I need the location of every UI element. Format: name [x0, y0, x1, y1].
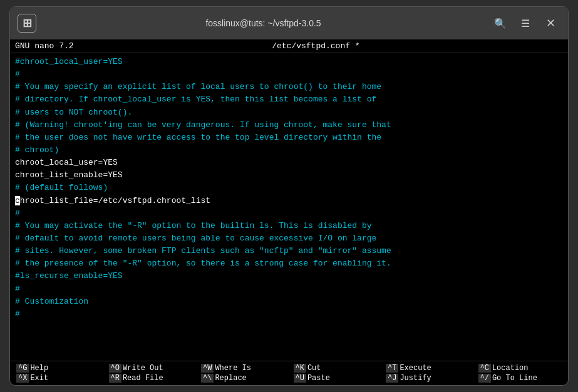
- shortcut-key: ^O: [109, 364, 121, 373]
- editor-line: # users to NOT chroot().: [15, 106, 563, 119]
- nano-statusbar: GNU nano 7.2 /etc/vsftpd.conf *: [10, 39, 568, 53]
- new-tab-button[interactable]: ⊞: [18, 14, 36, 33]
- shortcuts-bar: ^GHelp^OWrite Out^WWhere Is^KCut^TExecut…: [10, 361, 568, 385]
- shortcut-item: ^KCut: [291, 364, 384, 373]
- shortcut-item: ^/Go To Line: [476, 374, 569, 383]
- shortcut-label: Location: [492, 364, 529, 373]
- nano-version: GNU nano 7.2: [15, 41, 74, 51]
- shortcut-label: Justify: [400, 374, 431, 383]
- shortcut-label: Help: [30, 364, 48, 373]
- editor-line: chroot_list_file=/etc/vsftpd.chroot_list: [15, 195, 563, 207]
- editor-line: chroot_list_enable=YES: [15, 169, 563, 182]
- editor-line: #: [15, 68, 563, 81]
- editor-line: #: [15, 207, 563, 220]
- shortcut-key: ^G: [16, 364, 29, 373]
- editor-wrapper: GNU nano 7.2 /etc/vsftpd.conf * #chroot_…: [10, 39, 568, 385]
- shortcut-label: Replace: [215, 374, 246, 383]
- close-icon: ✕: [546, 16, 555, 30]
- editor-line: #: [15, 283, 563, 296]
- editor-line: # chroot): [15, 144, 563, 157]
- shortcut-label: Write Out: [123, 364, 163, 373]
- editor-line: #: [15, 308, 563, 321]
- shortcut-label: Cut: [307, 364, 321, 373]
- shortcut-item: ^XExit: [14, 374, 106, 383]
- shortcut-label: Go To Line: [492, 374, 537, 383]
- shortcut-key: ^C: [478, 364, 491, 373]
- shortcut-key: ^\: [201, 374, 214, 383]
- editor-content[interactable]: #chroot_local_user=YES## You may specify…: [10, 53, 568, 361]
- editor-line: # You may activate the "-R" option to th…: [15, 220, 563, 232]
- titlebar-left: ⊞: [18, 14, 36, 33]
- shortcut-item: ^RRead File: [106, 374, 199, 383]
- editor-line: # the presence of the "-R" option, so th…: [15, 257, 563, 270]
- shortcut-label: Where Is: [215, 364, 251, 373]
- editor-line: # default to avoid remote users being ab…: [15, 232, 563, 245]
- shortcut-label: Execute: [400, 364, 431, 373]
- editor-line: # sites. However, some broken FTP client…: [15, 245, 563, 257]
- shortcut-label: Exit: [30, 374, 48, 383]
- shortcut-item: ^JJustify: [383, 374, 476, 383]
- menu-icon: ☰: [521, 18, 530, 29]
- menu-button[interactable]: ☰: [515, 13, 535, 33]
- close-button[interactable]: ✕: [540, 13, 560, 33]
- shortcut-item: ^GHelp: [14, 364, 106, 373]
- editor-line: # the user does not have write access to…: [15, 132, 563, 144]
- shortcut-key: ^K: [294, 364, 306, 373]
- editor-line: # (Warning! chroot'ing can be very dange…: [15, 119, 563, 132]
- shortcut-key: ^U: [294, 374, 306, 383]
- terminal-window: ⊞ fosslinux@tuts: ~/vsftpd-3.0.5 🔍 ☰ ✕ G…: [9, 6, 569, 386]
- editor-line: #chroot_local_user=YES: [15, 56, 563, 68]
- search-button[interactable]: 🔍: [490, 13, 510, 33]
- editor-line: # directory. If chroot_local_user is YES…: [15, 93, 563, 106]
- editor-line: #ls_recurse_enable=YES: [15, 270, 563, 282]
- editor-line: chroot_local_user=YES: [15, 157, 563, 169]
- shortcut-key: ^X: [16, 374, 29, 383]
- shortcut-label: Paste: [307, 374, 330, 383]
- shortcut-item: ^WWhere Is: [199, 364, 291, 373]
- shortcut-key: ^/: [478, 374, 491, 383]
- shortcut-key: ^W: [201, 364, 214, 373]
- shortcut-item: ^\Replace: [199, 374, 291, 383]
- titlebar-controls: 🔍 ☰ ✕: [490, 13, 560, 33]
- shortcut-item: ^TExecute: [383, 364, 476, 373]
- shortcut-item: ^CLocation: [476, 364, 569, 373]
- plus-icon: ⊞: [23, 16, 32, 30]
- shortcut-item: ^OWrite Out: [106, 364, 199, 373]
- window-title-text: fosslinux@tuts: ~/vsftpd-3.0.5: [205, 18, 321, 28]
- shortcut-key: ^R: [109, 374, 121, 383]
- shortcut-label: Read File: [123, 374, 163, 383]
- shortcut-item: ^UPaste: [291, 374, 384, 383]
- search-icon: 🔍: [494, 18, 507, 29]
- shortcut-key: ^T: [386, 364, 398, 373]
- shortcut-key: ^J: [386, 374, 398, 383]
- editor-line: # (default follows): [15, 182, 563, 194]
- titlebar: ⊞ fosslinux@tuts: ~/vsftpd-3.0.5 🔍 ☰ ✕: [10, 7, 568, 39]
- editor-line: # Customization: [15, 296, 563, 308]
- nano-filename: /etc/vsftpd.conf *: [272, 41, 359, 51]
- editor-line: # You may specify an explicit list of lo…: [15, 81, 563, 93]
- titlebar-title: fosslinux@tuts: ~/vsftpd-3.0.5: [36, 18, 490, 28]
- nano-status-right: [558, 41, 563, 51]
